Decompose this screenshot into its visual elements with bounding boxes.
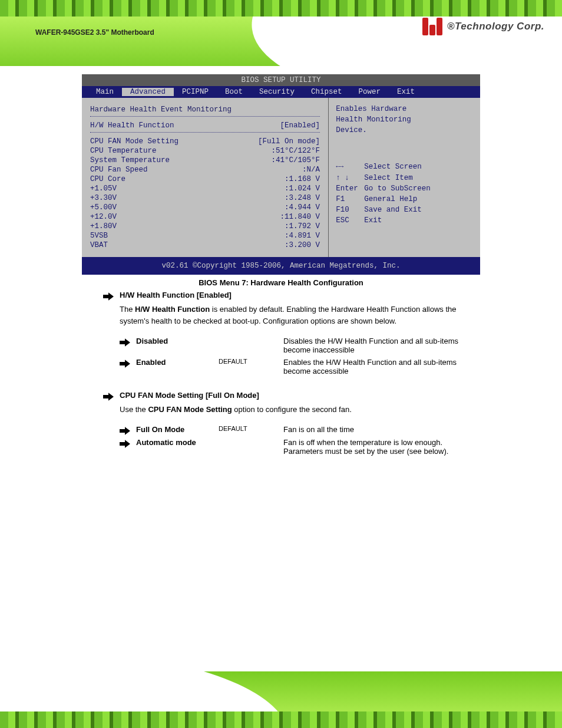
bios-row: CPU FAN Mode Setting[Full On mode] — [90, 137, 320, 146]
bios-title: BIOS SETUP UTILITY — [82, 74, 480, 86]
logo-icon — [422, 18, 442, 35]
bios-row: H/W Health Function[Enabled] — [90, 121, 320, 130]
bios-row: +3.30V:3.248 V — [90, 193, 320, 203]
arrow-right-icon — [103, 292, 114, 302]
bios-row: +12.0V:11.840 V — [90, 212, 320, 222]
bios-row: +1.80V:1.792 V — [90, 222, 320, 231]
bios-row: CPU Temperature:51°C/122°F — [90, 146, 320, 156]
bios-screenshot: BIOS SETUP UTILITY MainAdvancedPCIPNPBoo… — [82, 74, 480, 275]
option-heading: CPU FAN Mode Setting [Full On Mode] — [103, 391, 480, 400]
decor-bottom-strip — [0, 711, 562, 728]
arrow-lr-icon: ←→ — [336, 162, 358, 172]
arrow-ud-icon: ↑ ↓ — [336, 173, 358, 183]
arrow-right-icon — [120, 360, 130, 369]
option-section: H/W Health Function [Enabled]The H/W Hea… — [82, 291, 480, 387]
vendor-logo: ®Technology Corp. — [422, 18, 544, 35]
option-heading: H/W Health Function [Enabled] — [103, 291, 480, 300]
option-value: DisabledDisables the H/W Health Function… — [120, 337, 480, 354]
vendor-logo-text: ®Technology Corp. — [447, 21, 544, 32]
bios-row: CPU Fan Speed:N/A — [90, 165, 320, 174]
arrow-right-icon — [103, 393, 114, 402]
bios-row: VBAT:3.200 V — [90, 241, 320, 250]
option-section: CPU FAN Mode Setting [Full On Mode]Use t… — [82, 391, 480, 467]
bios-nav-hint: EnterGo to SubScreen — [336, 183, 473, 194]
bios-tab-main: Main — [88, 88, 122, 96]
page-title: WAFER-945GSE2 3.5" Motherboard — [35, 28, 154, 37]
bios-left-panel: Hardware Health Event Monitoring H/W Hea… — [82, 98, 329, 257]
decor-bottom-gradient — [0, 671, 562, 711]
arrow-right-icon — [120, 427, 130, 436]
bios-right-panel: Enables Hardware Health Monitoring Devic… — [329, 98, 480, 257]
decor-top-strip — [0, 0, 562, 17]
bios-tab-exit: Exit — [389, 88, 423, 96]
bios-nav-hint: ←→Select Screen — [336, 162, 473, 172]
option-value: Automatic modeFan is off when the temper… — [120, 438, 480, 456]
bios-nav-hint: F10Save and Exit — [336, 205, 473, 215]
option-value: Full On ModeDEFAULTFan is on all the tim… — [120, 425, 480, 434]
bios-tab-advanced: Advanced — [122, 88, 174, 96]
bios-nav-hint: ↑ ↓Select Item — [336, 173, 473, 183]
bios-tab-boot: Boot — [217, 88, 251, 96]
body-content: BIOS Menu 7: Hardware Health Configurati… — [82, 270, 480, 467]
arrow-right-icon — [120, 440, 130, 449]
bios-nav-hint: ESCExit — [336, 215, 473, 226]
option-value: EnabledDEFAULTEnables the H/W Health Fun… — [120, 358, 480, 375]
bios-tab-power: Power — [351, 88, 389, 96]
bios-row: +1.05V:1.024 V — [90, 184, 320, 193]
bios-tab-chipset: Chipset — [303, 88, 351, 96]
figure-caption: BIOS Menu 7: Hardware Health Configurati… — [82, 278, 480, 287]
option-description: Use the CPU FAN Mode Setting option to c… — [120, 404, 480, 416]
bios-tabs: MainAdvancedPCIPNPBootSecurityChipsetPow… — [82, 86, 480, 98]
bios-section-heading: Hardware Health Event Monitoring — [90, 105, 320, 114]
bios-row: 5VSB:4.891 V — [90, 231, 320, 241]
option-description: The H/W Health Function is enabled by de… — [120, 304, 480, 327]
bios-tab-pcipnp: PCIPNP — [174, 88, 217, 96]
bios-row: System Temperature:41°C/105°F — [90, 156, 320, 165]
page: ®Technology Corp. WAFER-945GSE2 3.5" Mot… — [0, 0, 562, 728]
bios-tab-security: Security — [251, 88, 303, 96]
bios-row: CPU Core:1.168 V — [90, 174, 320, 184]
bios-row: +5.00V:4.944 V — [90, 203, 320, 212]
bios-help-text: Enables Hardware Health Monitoring Devic… — [336, 104, 473, 136]
arrow-right-icon — [120, 338, 130, 348]
bios-nav-hint: F1General Help — [336, 194, 473, 205]
